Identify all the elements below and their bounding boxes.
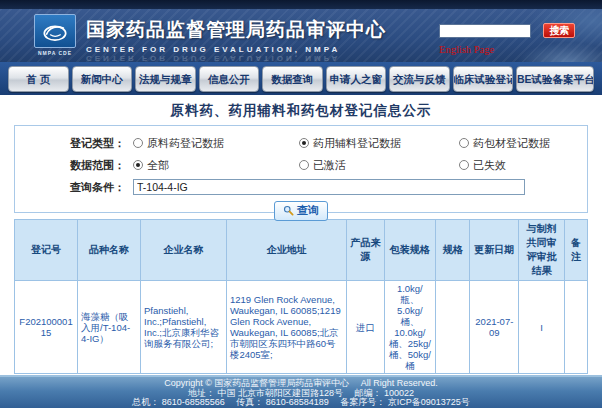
search-icon — [283, 205, 294, 216]
site-search-button[interactable]: 搜索 — [543, 23, 575, 38]
swan-logo-icon — [38, 18, 72, 44]
radio-label: 已激活 — [313, 154, 346, 176]
cell-variety-name: 海藻糖（吸入用/T-104-4-IG） — [78, 281, 141, 374]
radio-packaging[interactable]: 药包材登记数据 — [459, 132, 550, 154]
english-page-link[interactable]: English Page — [439, 44, 494, 55]
query-submit-button[interactable]: 查询 — [274, 201, 328, 221]
cell-company-name: Pfanstiehl, Inc.;Pfanstiehl, Inc.;北京康利华咨… — [141, 281, 227, 374]
data-scope-label: 数据范围： — [15, 154, 125, 176]
main-nav: 首 页 新闻中心 法规与规章 信息公开 数据查询 申请人之窗 交流与反馈 临床试… — [0, 62, 602, 95]
radio-raw-material[interactable]: 原料药登记数据 — [133, 132, 224, 154]
site-subtitle-reflection: CENTER FOR DRUG EVALUATION, NMPA — [86, 54, 386, 62]
cell-review-result: I — [519, 281, 565, 374]
col-package-spec: 包装规格 — [384, 220, 436, 281]
radio-icon-selected[interactable] — [299, 138, 309, 148]
nav-tab-news[interactable]: 新闻中心 — [72, 66, 133, 92]
site-titles: 国家药品监督管理局药品审评中心 CENTER FOR DRUG EVALUATI… — [86, 17, 386, 62]
query-condition-row: 查询条件： — [15, 176, 587, 198]
radio-icon[interactable] — [133, 138, 143, 148]
nav-tab-data-query[interactable]: 数据查询 — [262, 66, 323, 92]
site-header: NMPA CDE 国家药品监督管理局药品审评中心 CENTER FOR DRUG… — [0, 9, 602, 62]
col-variety-name: 品种名称 — [78, 220, 141, 281]
cell-spec — [436, 281, 470, 374]
cell-company-address: 1219 Glen Rock Avenue, Waukegan, IL 6008… — [226, 281, 346, 374]
registration-type-label: 登记类型： — [15, 132, 125, 154]
nav-tab-feedback[interactable]: 交流与反馈 — [389, 66, 450, 92]
query-condition-input[interactable] — [133, 179, 525, 195]
col-spec: 规格 — [436, 220, 470, 281]
nav-tab-regulations[interactable]: 法规与规章 — [135, 66, 196, 92]
col-company-name: 企业名称 — [141, 220, 227, 281]
radio-icon[interactable] — [459, 160, 469, 170]
footer-contact: 总机： 8610-68585566 传真： 8610-68584189 备案序号… — [0, 398, 602, 408]
radio-label: 已失效 — [473, 154, 506, 176]
radio-label: 药用辅料登记数据 — [313, 132, 401, 154]
cell-product-source: 进口 — [347, 281, 384, 374]
nav-tab-applicant[interactable]: 申请人之窗 — [326, 66, 387, 92]
radio-inactive[interactable]: 已失效 — [459, 154, 506, 176]
col-remark: 备注 — [565, 220, 588, 281]
radio-icon-selected[interactable] — [133, 160, 143, 170]
results-table: 登记号 品种名称 企业名称 企业地址 产品来源 包装规格 规格 更新日期 与制剂… — [14, 219, 588, 374]
data-scope-row: 数据范围： 全部 已激活 已失效 — [15, 154, 587, 176]
radio-label: 全部 — [147, 154, 169, 176]
query-button-label: 查询 — [297, 203, 319, 218]
col-registration-no: 登记号 — [15, 220, 78, 281]
radio-all[interactable]: 全部 — [133, 154, 169, 176]
col-product-source: 产品来源 — [347, 220, 384, 281]
nmpa-logo: NMPA CDE — [33, 14, 77, 56]
nav-tab-be-platform[interactable]: BE试验备案平台 — [516, 66, 594, 92]
site-search-input[interactable] — [439, 24, 531, 38]
query-condition-label: 查询条件： — [15, 176, 125, 198]
nav-tab-disclosure[interactable]: 信息公开 — [199, 66, 260, 92]
query-button-row: 查询 — [15, 201, 587, 221]
site-subtitle: CENTER FOR DRUG EVALUATION, NMPA — [86, 45, 386, 54]
page: NMPA CDE 国家药品监督管理局药品审评中心 CENTER FOR DRUG… — [0, 0, 602, 408]
header-search-area: 搜索 English Page — [439, 21, 584, 57]
main-content: 原料药、药用辅料和药包材登记信息公示 登记类型： 原料药登记数据 药用辅料登记数… — [0, 95, 602, 375]
table-header-row: 登记号 品种名称 企业名称 企业地址 产品来源 包装规格 规格 更新日期 与制剂… — [15, 220, 588, 281]
nav-tab-clinical-trial[interactable]: 临床试验登记 — [453, 66, 514, 92]
logo-caption: NMPA CDE — [33, 50, 77, 56]
radio-excipient[interactable]: 药用辅料登记数据 — [299, 132, 401, 154]
cell-package-spec: 1.0kg/瓶、5.0kg/桶、10.0kg/桶、25kg/桶、50kg/桶 — [384, 281, 436, 374]
radio-icon[interactable] — [299, 160, 309, 170]
table-row: F20210000115 海藻糖（吸入用/T-104-4-IG） Pfansti… — [15, 281, 588, 374]
top-strip — [0, 0, 602, 9]
radio-active[interactable]: 已激活 — [299, 154, 346, 176]
nav-tab-home[interactable]: 首 页 — [8, 66, 69, 92]
query-form: 登记类型： 原料药登记数据 药用辅料登记数据 药包材登记数据 数据范围： — [14, 125, 588, 213]
cell-update-date: 2021-07-09 — [470, 281, 519, 374]
site-footer: Copyright © 国家药品监督管理局药品审评中心 All Right Re… — [0, 375, 602, 408]
cell-registration-no: F20210000115 — [15, 281, 78, 374]
page-title: 原料药、药用辅料和药包材登记信息公示 — [0, 102, 602, 120]
col-review-result: 与制剂共同审评审批结果 — [519, 220, 565, 281]
col-update-date: 更新日期 — [470, 220, 519, 281]
nmpa-logo-icon — [34, 14, 76, 48]
radio-label: 药包材登记数据 — [473, 132, 550, 154]
col-company-address: 企业地址 — [226, 220, 346, 281]
site-title: 国家药品监督管理局药品审评中心 — [86, 17, 386, 43]
cell-remark — [565, 281, 588, 374]
radio-icon[interactable] — [459, 138, 469, 148]
radio-label: 原料药登记数据 — [147, 132, 224, 154]
registration-type-row: 登记类型： 原料药登记数据 药用辅料登记数据 药包材登记数据 — [15, 132, 587, 154]
